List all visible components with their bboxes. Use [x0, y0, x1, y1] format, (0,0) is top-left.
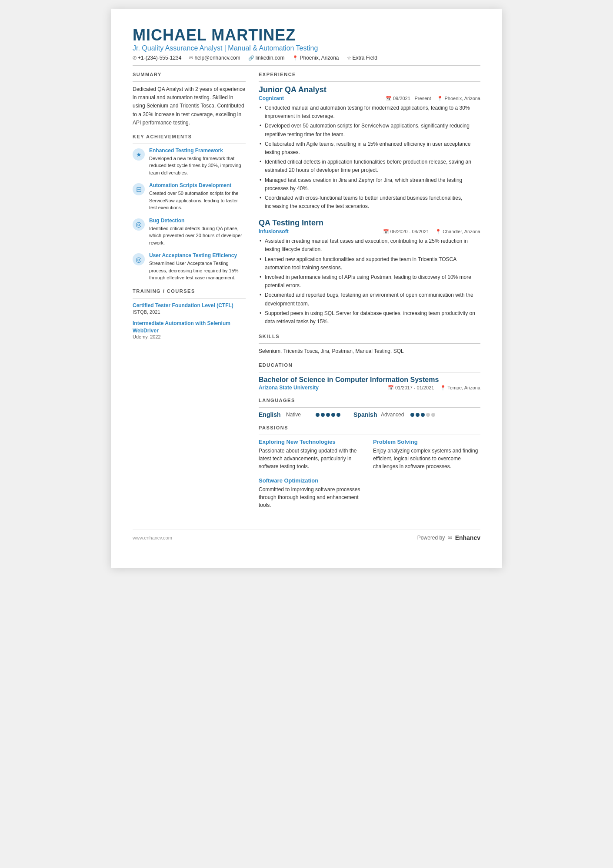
- powered-by-text: Powered by: [417, 535, 445, 541]
- job-1-bullet-5: Managed test cases creation in Jira and …: [259, 176, 480, 193]
- training-divider: [133, 298, 246, 298]
- english-dots: [316, 413, 340, 417]
- pin-icon-2: 📍: [435, 229, 441, 235]
- experience-divider: [259, 81, 480, 82]
- calendar-icon-2: 📅: [383, 229, 389, 235]
- job-1-dates-loc: 📅 09/2021 - Present 📍 Phoenix, Arizona: [386, 96, 480, 101]
- passions-grid: Exploring New Technologies Passionate ab…: [259, 439, 480, 509]
- passions-section: PASSIONS Exploring New Technologies Pass…: [259, 425, 480, 509]
- achievement-1-desc: Developed a new testing framework that r…: [149, 155, 246, 177]
- candidate-title: Jr. Quality Assurance Analyst | Manual &…: [133, 44, 480, 52]
- achievements-label: KEY ACHIEVEMENTS: [133, 134, 246, 139]
- job-1-bullet-4: Identified critical defects in applicati…: [259, 158, 480, 174]
- job-2-bullet-4: Documented and reported bugs, fostering …: [259, 291, 480, 308]
- achievement-1-icon: ★: [133, 148, 145, 161]
- languages-section: LANGUAGES English Native: [259, 398, 480, 418]
- job-2-dates-loc: 📅 06/2020 - 08/2021 📍 Chandler, Arizona: [383, 229, 480, 235]
- passion-2-title: Problem Solving: [373, 439, 480, 445]
- calendar-icon: 📅: [386, 96, 392, 101]
- en-dot-1: [316, 413, 320, 417]
- achievement-4-icon: ◎: [133, 253, 145, 265]
- job-1-dates: 📅 09/2021 - Present: [386, 96, 431, 101]
- edu-degree: Bachelor of Science in Computer Informat…: [259, 376, 480, 384]
- extra-contact: ☆ Extra Field: [347, 55, 377, 61]
- pin-icon: 📍: [437, 96, 443, 101]
- email-contact: ✉ help@enhancv.com: [189, 55, 240, 61]
- job-2-bullet-5: Supported peers in using SQL Server for …: [259, 309, 480, 326]
- education-divider: [259, 372, 480, 372]
- achievement-2-desc: Created over 50 automation scripts for t…: [149, 190, 246, 211]
- achievements-divider: [133, 144, 246, 144]
- job-1-bullets: Conducted manual and automation testing …: [259, 104, 480, 211]
- es-dot-1: [410, 413, 414, 417]
- star-icon: ☆: [347, 55, 351, 61]
- achievement-2-title: Automation Scripts Development: [149, 182, 246, 188]
- achievements-section: KEY ACHIEVEMENTS ★ Enhanced Testing Fram…: [133, 134, 246, 282]
- education-section: EDUCATION Bachelor of Science in Compute…: [259, 362, 480, 391]
- footer-website: www.enhancv.com: [133, 535, 172, 540]
- job-1-bullet-2: Developed over 50 automation scripts for…: [259, 122, 480, 138]
- spanish-name: Spanish: [353, 411, 377, 418]
- header: MICHAEL MARTINEZ Jr. Quality Assurance A…: [133, 26, 480, 61]
- footer: www.enhancv.com Powered by ∞ Enhancv: [133, 529, 480, 542]
- achievement-1-title: Enhanced Testing Framework: [149, 147, 246, 154]
- edu-pin-icon: 📍: [440, 385, 447, 390]
- training-1: Certified Tester Foundation Level (CTFL)…: [133, 302, 246, 315]
- training-2-org: Udemy, 2022: [133, 334, 246, 339]
- es-dot-3: [421, 413, 425, 417]
- job-1-bullet-1: Conducted manual and automation testing …: [259, 104, 480, 121]
- achievement-3-icon: ◎: [133, 218, 145, 231]
- header-divider: [133, 65, 480, 66]
- job-2-dates: 📅 06/2020 - 08/2021: [383, 229, 429, 235]
- skills-text: Selenium, Tricentis Tosca, Jira, Postman…: [259, 347, 480, 355]
- job-2-bullet-2: Learned new application functionalities …: [259, 255, 480, 272]
- passion-3-title: Software Optimization: [259, 477, 366, 484]
- passion-1-desc: Passionate about staying updated with th…: [259, 447, 366, 470]
- language-english: English Native: [259, 411, 340, 418]
- right-column: EXPERIENCE Junior QA Analyst Cognizant 📅…: [259, 72, 480, 516]
- passions-divider: [259, 435, 480, 435]
- job-1-bullet-6: Coordinated with cross-functional teams …: [259, 194, 480, 211]
- english-level: Native: [286, 412, 312, 418]
- languages-row: English Native Spanish Advanced: [259, 411, 480, 418]
- edu-dates-loc: 📅 01/2017 - 01/2021 📍 Tempe, Arizona: [388, 385, 480, 391]
- languages-label: LANGUAGES: [259, 398, 480, 403]
- en-dot-3: [326, 413, 330, 417]
- job-1-company: Cognizant: [259, 95, 284, 101]
- edu-meta: Arizona State University 📅 01/2017 - 01/…: [259, 385, 480, 391]
- spanish-dots: [410, 413, 435, 417]
- passion-2-desc: Enjoy analyzing complex systems and find…: [373, 447, 480, 470]
- achievement-1: ★ Enhanced Testing Framework Developed a…: [133, 147, 246, 177]
- en-dot-4: [331, 413, 335, 417]
- en-dot-2: [321, 413, 325, 417]
- main-layout: SUMMARY Dedicated QA Analyst with 2 year…: [133, 72, 480, 516]
- skills-divider: [259, 343, 480, 344]
- achievement-3: ◎ Bug Detection Identified critical defe…: [133, 218, 246, 247]
- passion-1: Exploring New Technologies Passionate ab…: [259, 439, 366, 470]
- summary-text: Dedicated QA Analyst with 2 years of exp…: [133, 85, 246, 127]
- linkedin-icon: 🔗: [248, 55, 254, 61]
- job-2-bullet-1: Assisted in creating manual test cases a…: [259, 237, 480, 254]
- left-column: SUMMARY Dedicated QA Analyst with 2 year…: [133, 72, 246, 516]
- enhancv-logo-icon: ∞: [447, 534, 452, 542]
- training-1-title: Certified Tester Foundation Level (CTFL): [133, 302, 246, 309]
- experience-section: EXPERIENCE Junior QA Analyst Cognizant 📅…: [259, 72, 480, 326]
- training-1-org: ISTQB, 2021: [133, 309, 246, 315]
- summary-label: SUMMARY: [133, 72, 246, 77]
- training-2-title: Intermediate Automation with Selenium We…: [133, 320, 246, 335]
- achievement-3-desc: Identified critical defects during QA ph…: [149, 225, 246, 247]
- phone-contact: ✆ +1-(234)-555-1234: [133, 55, 181, 61]
- job-2-company: Infusionsoft: [259, 228, 289, 235]
- candidate-name: MICHAEL MARTINEZ: [133, 26, 480, 44]
- edu-location: 📍 Tempe, Arizona: [440, 385, 480, 391]
- contact-bar: ✆ +1-(234)-555-1234 ✉ help@enhancv.com 🔗…: [133, 55, 480, 61]
- es-dot-4: [426, 413, 430, 417]
- training-2: Intermediate Automation with Selenium We…: [133, 320, 246, 340]
- job-2-bullets: Assisted in creating manual test cases a…: [259, 237, 480, 326]
- achievement-4: ◎ User Acceptance Testing Efficiency Str…: [133, 252, 246, 282]
- phone-icon: ✆: [133, 55, 137, 61]
- edu-school: Arizona State University: [259, 385, 319, 391]
- enhancv-brand-name: Enhancv: [455, 534, 480, 541]
- achievement-3-title: Bug Detection: [149, 218, 246, 224]
- resume-page: MICHAEL MARTINEZ Jr. Quality Assurance A…: [111, 9, 502, 568]
